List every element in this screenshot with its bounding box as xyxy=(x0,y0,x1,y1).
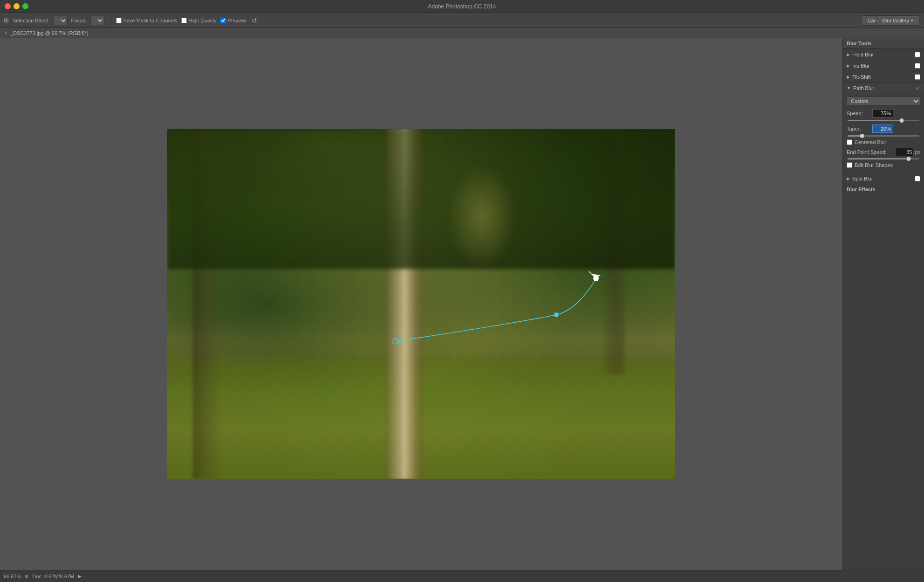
path-blur-section: ▼ Path Blur ✓ Custom Speed: xyxy=(843,83,924,173)
preset-select[interactable]: Custom xyxy=(847,97,920,106)
document-tab: ✕ _DSC3773.jpg @ 66.7% (RGB/8*) xyxy=(0,28,924,38)
spin-blur-item[interactable]: ▶ Spin Blur xyxy=(843,173,924,184)
speed-slider-track[interactable] xyxy=(848,120,919,121)
save-mask-checkbox[interactable] xyxy=(116,18,122,23)
endpoint-speed-row: End Point Speed: px xyxy=(847,148,920,156)
main-area: Blur Tools ▶ Field Blur ▶ Iris Blur ▶ Ti… xyxy=(0,38,924,570)
speed-row: Speed: xyxy=(847,109,920,118)
preview-label: Preview xyxy=(228,18,246,23)
blur-gallery-button[interactable]: Blur Gallery ▾ xyxy=(876,15,919,26)
spin-blur-checkbox[interactable] xyxy=(915,176,920,181)
toolbar: ⊞ Selection Bleed: Focus: Save Mask to C… xyxy=(0,13,924,28)
edit-blur-shapes-label: Edit Blur Shapes xyxy=(855,162,893,168)
path-blur-expand-icon: ▼ xyxy=(847,86,851,90)
right-panel: Blur Tools ▶ Field Blur ▶ Iris Blur ▶ Ti… xyxy=(842,38,924,570)
selection-bleed-label: Selection Bleed: xyxy=(13,18,50,23)
traffic-lights xyxy=(5,3,28,9)
taper-slider-track[interactable] xyxy=(848,135,919,137)
iris-blur-label: Iris Blur xyxy=(852,63,915,69)
taper-slider-row[interactable] xyxy=(847,135,920,137)
spin-blur-label: Spin Blur xyxy=(852,176,915,181)
speed-slider-thumb[interactable] xyxy=(899,118,903,123)
iris-blur-checkbox[interactable] xyxy=(915,63,920,69)
path-blur-controls: Custom Speed: Taper: xyxy=(843,94,924,173)
speed-slider-fill xyxy=(848,120,902,121)
path-blur-header[interactable]: ▼ Path Blur ✓ xyxy=(843,83,924,94)
tilt-shift-item[interactable]: ▶ Tilt-Shift xyxy=(843,71,924,83)
maximize-button[interactable] xyxy=(22,3,28,9)
light-patch xyxy=(447,164,517,269)
taper-input[interactable] xyxy=(872,125,893,133)
iris-blur-arrow: ▶ xyxy=(847,63,850,68)
preset-row: Custom xyxy=(847,97,920,106)
endpoint-speed-unit: px xyxy=(915,149,920,155)
focus-label: Focus: xyxy=(71,18,87,23)
minimize-button[interactable] xyxy=(14,3,20,9)
window-title: Adobe Photoshop CC 2014 xyxy=(428,3,496,10)
endpoint-slider-thumb[interactable] xyxy=(906,157,910,161)
speed-input[interactable] xyxy=(872,109,893,118)
canvas-area[interactable] xyxy=(0,38,842,570)
tab-close-icon[interactable]: ✕ xyxy=(4,30,7,35)
edit-blur-shapes-checkbox[interactable] xyxy=(847,162,852,168)
centered-blur-row: Centered Blur xyxy=(847,139,920,145)
selection-bleed-select[interactable] xyxy=(54,16,68,25)
document-info: Doc: 8.62M/8.62M xyxy=(32,574,74,579)
taper-row: Taper: xyxy=(847,124,920,133)
chevron-down-icon: ▾ xyxy=(911,18,913,23)
preview-group: Preview xyxy=(220,18,246,23)
tilt-shift-arrow: ▶ xyxy=(847,75,850,79)
taper-slider-thumb[interactable] xyxy=(860,134,864,138)
centered-blur-checkbox[interactable] xyxy=(847,139,852,145)
close-button[interactable] xyxy=(5,3,11,9)
canvas-wrapper xyxy=(167,129,675,479)
blur-tools-header: Blur Tools xyxy=(843,38,924,49)
statusbar: 66.67% ⊕ Doc: 8.62M/8.62M ▶ xyxy=(0,570,924,582)
spin-blur-arrow: ▶ xyxy=(847,176,850,181)
centered-blur-label: Centered Blur xyxy=(855,139,886,145)
path-blur-header-label: Path Blur xyxy=(853,85,916,91)
canopy xyxy=(167,129,675,269)
save-mask-label: Save Mask to Channels xyxy=(123,18,178,23)
canvas-image xyxy=(167,129,675,479)
iris-blur-item[interactable]: ▶ Iris Blur xyxy=(843,60,924,71)
focus-select[interactable] xyxy=(90,16,104,25)
field-blur-label: Field Blur xyxy=(852,52,915,57)
document-filename: _DSC3773.jpg @ 66.7% (RGB/8*) xyxy=(10,30,89,36)
save-mask-group: Save Mask to Channels xyxy=(116,18,178,23)
path-blur-enabled-icon: ✓ xyxy=(916,85,920,91)
taper-label: Taper: xyxy=(847,126,872,132)
field-blur-item[interactable]: ▶ Field Blur xyxy=(843,49,924,60)
high-quality-group: High Quality xyxy=(181,18,217,23)
speed-slider-row[interactable] xyxy=(847,120,920,121)
tilt-shift-label: Tilt-Shift xyxy=(852,74,915,80)
zoom-icon[interactable]: ⊕ xyxy=(25,574,28,579)
toolbar-divider-1 xyxy=(110,16,110,25)
status-arrow-icon[interactable]: ▶ xyxy=(78,574,82,579)
zoom-level: 66.67% xyxy=(4,574,21,579)
endpoint-slider-fill xyxy=(848,158,909,159)
tools-icon: ⊞ xyxy=(4,17,9,24)
tilt-shift-checkbox[interactable] xyxy=(915,74,920,80)
blur-effects-label: Blur Effects xyxy=(847,187,876,192)
edit-blur-shapes-row: Edit Blur Shapes xyxy=(847,162,920,168)
endpoint-speed-input[interactable] xyxy=(895,148,914,156)
blur-effects-section: Blur Effects xyxy=(843,184,924,194)
endpoint-slider-row[interactable] xyxy=(847,158,920,159)
endpoint-slider-track[interactable] xyxy=(848,158,919,159)
high-quality-label: High Quality xyxy=(189,18,217,23)
field-blur-arrow: ▶ xyxy=(847,52,850,57)
titlebar: Adobe Photoshop CC 2014 xyxy=(0,0,924,13)
speed-label: Speed: xyxy=(847,111,872,116)
field-blur-checkbox[interactable] xyxy=(915,52,920,57)
preview-checkbox[interactable] xyxy=(220,18,226,23)
reset-button[interactable]: ↺ xyxy=(250,17,259,24)
high-quality-checkbox[interactable] xyxy=(181,18,187,23)
endpoint-speed-label: End Point Speed: xyxy=(847,149,895,155)
